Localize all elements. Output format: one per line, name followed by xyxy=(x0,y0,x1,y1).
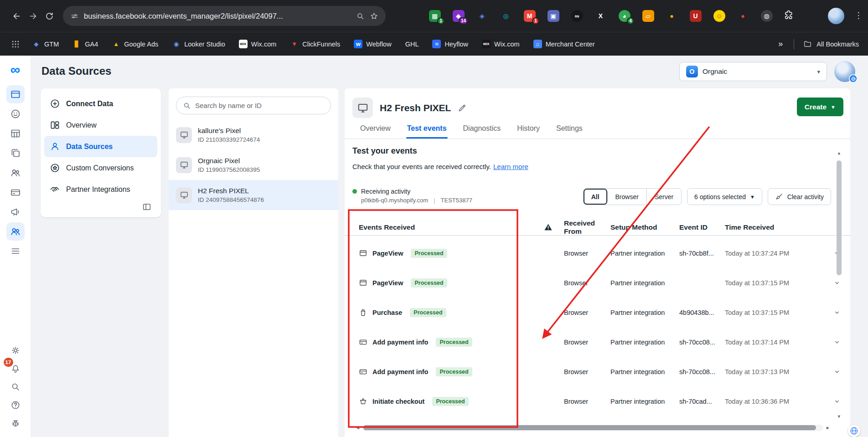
event-row[interactable]: PageView Processed Browser Partner integ… xyxy=(345,268,850,298)
event-options-dropdown[interactable]: 6 options selected ▼ xyxy=(687,188,762,205)
rail-people-icon[interactable] xyxy=(6,164,25,182)
scroll-left-icon[interactable]: ◄ xyxy=(356,426,360,430)
bookmark-star-icon[interactable] xyxy=(370,12,378,21)
all-bookmarks-label: All Bookmarks xyxy=(816,41,859,48)
clear-activity-button[interactable]: Clear activity xyxy=(768,188,831,205)
event-type-icon xyxy=(359,278,367,287)
rail-question-icon[interactable] xyxy=(7,397,24,413)
edit-pencil-icon[interactable] xyxy=(458,103,467,113)
rail-search-icon[interactable] xyxy=(7,379,24,395)
colorwheel-extension-icon[interactable]: ◕ 4 xyxy=(618,10,630,22)
rail-bell-icon[interactable]: 17 xyxy=(7,360,24,377)
rail-window-icon[interactable] xyxy=(6,85,25,103)
learn-more-link[interactable]: Learn more xyxy=(493,163,528,170)
search-input[interactable] xyxy=(195,102,324,109)
pixel-list-item[interactable]: kallure's Pixel ID 2110303392724674 xyxy=(169,120,338,150)
bookmark-label: Wix.com xyxy=(251,41,277,48)
user-avatar[interactable] xyxy=(834,61,855,82)
event-row[interactable]: Add payment info Processed Browser Partn… xyxy=(345,327,850,357)
bookmark-google-ads[interactable]: ▲ Google Ads xyxy=(112,40,158,48)
scroll-down-icon[interactable]: ▼ xyxy=(836,413,842,420)
analytics-extension-icon[interactable]: ▦ 1 xyxy=(429,10,441,22)
segment-all[interactable]: All xyxy=(584,189,608,205)
nav-item-data-sources[interactable]: Data Sources xyxy=(44,136,157,157)
bookmark-heyflow[interactable]: ≈ Heyflow xyxy=(432,40,468,48)
red-dot-extension-icon[interactable]: ● xyxy=(737,10,749,22)
extensions-puzzle-icon[interactable] xyxy=(783,10,796,22)
bookmarks-overflow-chevron[interactable]: » xyxy=(778,39,783,49)
bookmark-ga4[interactable]: ▊ GA4 xyxy=(72,40,98,48)
pixel-search[interactable] xyxy=(176,97,331,114)
nav-item-overview[interactable]: Overview xyxy=(44,114,157,136)
rail-table-icon[interactable] xyxy=(6,124,25,143)
folder-extension-icon[interactable]: ▱ xyxy=(642,10,654,22)
zoom-icon[interactable] xyxy=(356,12,365,21)
nav-item-connect-data[interactable]: Connect Data xyxy=(44,93,157,114)
flame-extension-icon[interactable]: ● xyxy=(666,10,678,22)
pixel-list-item[interactable]: H2 Fresh PIXEL ID 24097588456574876 xyxy=(169,180,338,210)
forward-button[interactable] xyxy=(25,8,41,24)
create-button[interactable]: Create ▼ xyxy=(797,98,843,116)
bookmark-merchant-center[interactable]: ⌂ Merchant Center xyxy=(533,40,595,48)
diamond-extension-icon[interactable]: ◈ xyxy=(476,10,488,22)
bookmark-looker-studio[interactable]: ◉ Looker Studio xyxy=(172,40,225,48)
bookmark-wix-com[interactable]: WIX Wix.com xyxy=(239,40,277,48)
tab-diagnostics[interactable]: Diagnostics xyxy=(463,124,501,139)
shield-extension-icon[interactable]: ◆ 14 xyxy=(452,10,465,22)
tag-extension-icon[interactable]: ▣ xyxy=(547,10,559,22)
tab-overview[interactable]: Overview xyxy=(360,124,391,139)
back-button[interactable] xyxy=(8,8,25,24)
apps-grid-icon[interactable] xyxy=(11,40,20,49)
globe-icon[interactable] xyxy=(848,425,860,437)
tab-history[interactable]: History xyxy=(517,124,540,139)
event-row[interactable]: Purchase Processed Browser Partner integ… xyxy=(345,298,850,327)
rail-bug-icon[interactable] xyxy=(7,415,24,432)
scroll-up-icon[interactable]: ▲ xyxy=(836,149,842,157)
x-extension-icon[interactable]: X xyxy=(594,10,607,22)
mail-extension-icon[interactable]: M 1 xyxy=(523,10,536,22)
address-bar[interactable]: business.facebook.com/events_manager2/li… xyxy=(63,6,386,26)
hscroll-thumb[interactable] xyxy=(363,425,816,430)
bookmark-ghl[interactable]: GHL xyxy=(405,41,419,48)
loop-extension-icon[interactable]: ∞ xyxy=(571,10,583,22)
received-from-value: Browser xyxy=(564,279,610,287)
segment-browser[interactable]: Browser xyxy=(608,189,647,205)
reload-button[interactable] xyxy=(41,8,57,24)
rail-megaphone-icon[interactable] xyxy=(6,203,25,221)
browser-menu-icon[interactable]: ⋮ xyxy=(854,10,863,21)
smiley-extension-icon[interactable]: ☺ xyxy=(713,10,725,22)
all-bookmarks-button[interactable]: All Bookmarks xyxy=(803,40,861,48)
site-settings-icon[interactable] xyxy=(70,12,79,21)
pixel-list-item[interactable]: Orgnaic Pixel ID 1199037562008395 xyxy=(169,150,338,180)
scroll-right-icon[interactable]: ► xyxy=(826,426,830,430)
lens-extension-icon[interactable]: ◎ xyxy=(500,10,512,22)
vscroll-thumb[interactable] xyxy=(837,160,842,275)
tab-test-events[interactable]: Test events xyxy=(407,124,447,139)
bookmark-wix-com[interactable]: WIX Wix.com xyxy=(482,40,520,48)
collapse-sidebar-icon[interactable] xyxy=(142,202,152,212)
rail-smiley-icon[interactable] xyxy=(6,105,25,123)
horizontal-scrollbar[interactable]: ◄ ► xyxy=(356,424,830,431)
browser-profile-avatar[interactable] xyxy=(828,8,844,24)
rail-gear-icon[interactable] xyxy=(7,342,24,359)
segment-server[interactable]: Server xyxy=(647,189,681,205)
event-row[interactable]: PageView Processed Browser Partner integ… xyxy=(345,238,850,268)
rail-menu-icon[interactable] xyxy=(6,242,25,260)
business-account-dropdown[interactable]: O Orgnaic ▾ xyxy=(679,62,827,81)
bookmark-clickfunnels[interactable]: ▼ ClickFunnels xyxy=(290,40,340,48)
rail-people-icon[interactable] xyxy=(6,222,25,241)
u-extension-icon[interactable]: U xyxy=(689,10,702,22)
bookmark-webflow[interactable]: w Webflow xyxy=(354,40,391,48)
vertical-scrollbar[interactable]: ▲ ▼ xyxy=(836,149,842,420)
nav-item-partner-integrations[interactable]: Partner Integrations xyxy=(44,179,157,200)
tab-settings[interactable]: Settings xyxy=(556,124,583,139)
nav-item-custom-conversions[interactable]: Custom Conversions xyxy=(44,157,157,179)
event-row[interactable]: Initiate checkout Processed Browser Part… xyxy=(345,386,850,416)
bookmark-gtm[interactable]: ◆ GTM xyxy=(32,40,59,48)
rail-docs-icon[interactable] xyxy=(6,144,25,162)
rail-card-icon[interactable] xyxy=(6,183,25,201)
hscroll-track[interactable] xyxy=(362,425,823,431)
dark-extension-icon[interactable]: ◍ xyxy=(760,10,773,22)
event-row[interactable]: Add payment info Processed Browser Partn… xyxy=(345,357,850,386)
meta-logo[interactable]: ∞ xyxy=(10,62,20,77)
